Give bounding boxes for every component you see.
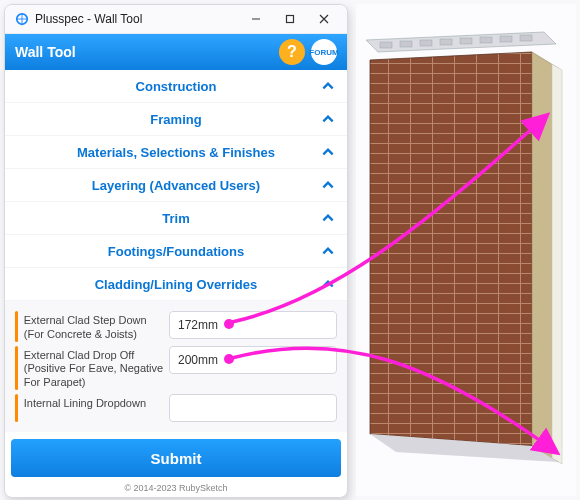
help-button[interactable]: ? (279, 39, 305, 65)
field-external-clad-drop-off: External Clad Drop Off (Positive For Eav… (15, 346, 337, 390)
window-maximize-button[interactable] (273, 7, 307, 31)
cladding-overrides-panel: External Clad Step Down (For Concrete & … (5, 301, 347, 432)
section-materials[interactable]: Materials, Selections & Finishes (5, 136, 347, 169)
external-clad-drop-off-input[interactable] (169, 346, 337, 374)
svg-rect-12 (500, 36, 512, 42)
section-label: Materials, Selections & Finishes (77, 145, 275, 160)
chevron-up-icon (321, 145, 335, 159)
chevron-up-icon (321, 277, 335, 291)
internal-lining-dropdown-input[interactable] (169, 394, 337, 422)
section-trim[interactable]: Trim (5, 202, 347, 235)
section-label: Layering (Advanced Users) (92, 178, 260, 193)
svg-marker-16 (552, 64, 562, 464)
window-titlebar: Plusspec - Wall Tool (5, 5, 347, 34)
section-cladding-overrides[interactable]: Cladding/Lining Overrides (5, 268, 347, 301)
chevron-up-icon (321, 178, 335, 192)
field-internal-lining-dropdown: Internal Lining Dropdown (15, 394, 337, 422)
tool-header-title: Wall Tool (15, 44, 76, 60)
section-construction[interactable]: Construction (5, 70, 347, 103)
wall-3d-preview (356, 4, 576, 496)
svg-rect-8 (420, 40, 432, 46)
section-label: Cladding/Lining Overrides (95, 277, 258, 292)
section-label: Trim (162, 211, 189, 226)
svg-marker-14 (370, 52, 532, 446)
sections-list: Construction Framing Materials, Selectio… (5, 70, 347, 497)
section-label: Footings/Foundations (108, 244, 244, 259)
section-footings[interactable]: Footings/Foundations (5, 235, 347, 268)
annotation-dot-icon (224, 319, 234, 329)
svg-rect-9 (440, 39, 452, 45)
svg-rect-1 (287, 16, 294, 23)
chevron-up-icon (321, 211, 335, 225)
copyright-text: © 2014-2023 RubySketch (5, 483, 347, 497)
svg-rect-7 (400, 41, 412, 47)
field-accent-bar (15, 394, 18, 422)
field-external-clad-step-down: External Clad Step Down (For Concrete & … (15, 311, 337, 342)
forum-button[interactable]: FORUM (311, 39, 337, 65)
svg-rect-11 (480, 37, 492, 43)
tool-header: Wall Tool ? FORUM (5, 34, 347, 70)
external-clad-step-down-input[interactable] (169, 311, 337, 339)
window-close-button[interactable] (307, 7, 341, 31)
chevron-up-icon (321, 112, 335, 126)
window-title: Plusspec - Wall Tool (35, 12, 142, 26)
wall-render-icon (356, 4, 576, 496)
svg-rect-10 (460, 38, 472, 44)
window-minimize-button[interactable] (239, 7, 273, 31)
section-layering[interactable]: Layering (Advanced Users) (5, 169, 347, 202)
chevron-up-icon (321, 244, 335, 258)
field-label: External Clad Drop Off (Positive For Eav… (24, 346, 169, 390)
field-accent-bar (15, 346, 18, 390)
section-framing[interactable]: Framing (5, 103, 347, 136)
field-label: Internal Lining Dropdown (24, 394, 169, 411)
chevron-up-icon (321, 79, 335, 93)
submit-button[interactable]: Submit (11, 439, 341, 477)
svg-rect-6 (380, 42, 392, 48)
field-label: External Clad Step Down (For Concrete & … (24, 311, 169, 342)
svg-rect-13 (520, 35, 532, 41)
wall-tool-window: Plusspec - Wall Tool Wall Tool ? FORUM C… (4, 4, 348, 498)
plusspec-app-icon (15, 12, 29, 26)
section-label: Framing (150, 112, 201, 127)
annotation-dot-icon (224, 354, 234, 364)
section-label: Construction (136, 79, 217, 94)
field-accent-bar (15, 311, 18, 342)
